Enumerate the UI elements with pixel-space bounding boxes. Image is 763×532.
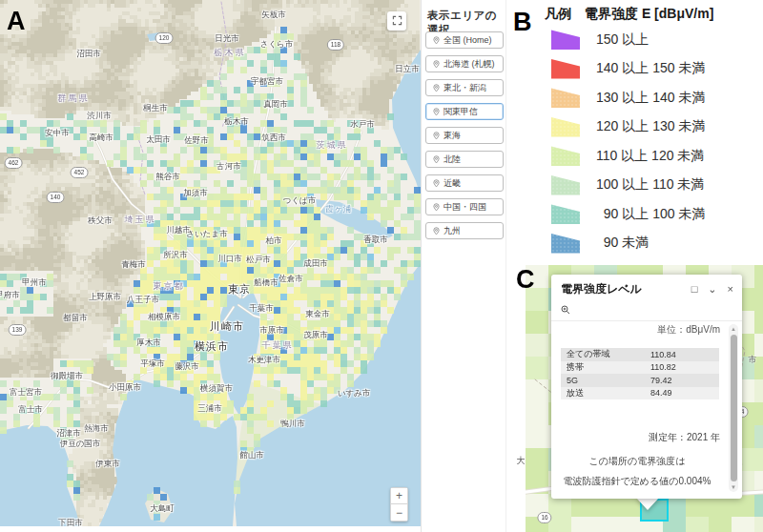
area-button-zenkoku[interactable]: 全国 (Home): [425, 31, 504, 49]
legend-label: 90 未満: [596, 235, 649, 252]
map-zoom-controls: + −: [390, 487, 408, 522]
route-badge: 462: [5, 157, 23, 169]
route-badge: 452: [71, 167, 89, 178]
area-button-label: 近畿: [443, 177, 461, 190]
panel-label-c: C: [516, 267, 535, 293]
legend-title-prefix: 凡例: [545, 6, 571, 23]
band-name: 5G: [561, 376, 650, 385]
legend-label: 110 以上 120 未満: [596, 148, 704, 165]
area-button-label: 北海道 (札幌): [443, 58, 495, 71]
legend-row: 90 以上 100 未満: [551, 204, 705, 224]
popup-title: 電界強度レベル: [561, 281, 681, 297]
route-badge: 118: [327, 39, 344, 51]
note-line-1: この場所の電界強度は: [551, 455, 723, 468]
area-button-chugoku-shikoku[interactable]: 中国・四国: [425, 198, 504, 215]
area-button-label: 中国・四国: [443, 201, 486, 214]
route-badge: 16: [537, 512, 551, 523]
location-pin-icon: [432, 155, 441, 164]
legend-label: 90 以上 100 未満: [596, 206, 705, 223]
band-table-row: 携帯110.82: [561, 361, 719, 375]
legend-swatch: [551, 234, 580, 254]
panel-label-a: A: [7, 9, 26, 34]
scrollbar-thumb[interactable]: [731, 335, 737, 481]
map-panel: 沼田市矢板市さくら市日光市桐生市渋川市安中市高崎市太田市佐野市宇都宮市真岡市栃木…: [0, 0, 421, 532]
area-button-label: 全国 (Home): [443, 34, 492, 47]
band-value: 79.42: [650, 376, 719, 385]
area-button-label: 関東甲信: [443, 106, 478, 118]
legend-title-text: 電界強度 E [dBμV/m]: [585, 6, 713, 23]
legend-swatch: [551, 59, 580, 79]
zoom-out-button[interactable]: −: [390, 504, 408, 522]
area-button-kinki[interactable]: 近畿: [425, 174, 504, 192]
location-pin-icon: [432, 179, 441, 188]
location-pin-icon: [432, 36, 441, 45]
band-name: 携帯: [561, 361, 650, 374]
band-table-row: 全ての帯域110.84: [561, 348, 719, 361]
field-strength-popup: 電界強度レベル □ ⌄ × 単位：dBμV/m 全ての帯域110.84携帯110…: [551, 275, 742, 499]
legend-label: 120 以上 130 未満: [596, 118, 705, 135]
location-pin-icon: [432, 203, 441, 212]
legend-swatch: [551, 117, 580, 137]
area-button-label: 九州: [443, 225, 461, 237]
area-button-kanto-koshin[interactable]: 関東甲信: [425, 103, 504, 120]
area-selection-sidebar: 表示エリアの選択 全国 (Home)北海道 (札幌)東北・新潟関東甲信東海北陸近…: [421, 0, 506, 532]
legend-row: 90 未満: [551, 234, 705, 254]
legend-label: 140 以上 150 未満: [596, 60, 705, 77]
scroll-down-icon[interactable]: ▼: [731, 482, 736, 492]
popup-close-icon[interactable]: ×: [728, 284, 733, 295]
popup-restore-icon[interactable]: □: [691, 284, 698, 295]
legend-title: 凡例 電界強度 E [dBμV/m]: [545, 6, 713, 23]
legend-swatch: [551, 30, 580, 50]
location-pin-icon: [432, 60, 441, 69]
area-button-label: 東北・新潟: [443, 82, 486, 94]
band-table-row: 放送84.49: [561, 387, 719, 400]
legend-row: 110 以上 120 未満: [551, 146, 705, 166]
location-pin-icon: [432, 132, 441, 140]
legend-swatch: [551, 204, 580, 224]
band-value: 110.84: [650, 350, 719, 359]
popup-toolbar: [551, 300, 742, 321]
legend-panel: B 凡例 電界強度 E [dBμV/m] 150 以上140 以上 150 未満…: [507, 0, 763, 265]
unit-label: 単位：dBμV/m: [657, 323, 720, 337]
scroll-up-icon[interactable]: ▲: [731, 324, 736, 334]
popup-panel: 大小市市234416 電界強度レベル □ ⌄ × 単位：dBμV/m 全ての帯域…: [512, 265, 763, 532]
area-button-hokuriku[interactable]: 北陸: [425, 151, 504, 168]
area-button-list: 全国 (Home)北海道 (札幌)東北・新潟関東甲信東海北陸近畿中国・四国九州: [425, 31, 504, 246]
location-pin-icon: [432, 227, 441, 235]
band-value: 84.49: [650, 388, 719, 398]
note-line-2: 電波防護指針で定める値の0.004%: [551, 475, 723, 488]
figure: 沼田市矢板市さくら市日光市桐生市渋川市安中市高崎市太田市佐野市宇都宮市真岡市栃木…: [0, 0, 763, 532]
legend-label: 150 以上: [596, 31, 649, 49]
area-button-label: 北陸: [443, 153, 461, 166]
popup-collapse-icon[interactable]: ⌄: [708, 284, 716, 295]
legend-rows: 150 以上140 以上 150 未満130 以上 140 未満120 以上 1…: [551, 30, 705, 262]
band-name: 放送: [561, 387, 650, 399]
popup-callout-pointer: [635, 497, 660, 510]
mini-map-label: 大: [517, 455, 526, 467]
area-button-tokai[interactable]: 東海: [425, 127, 504, 144]
band-table-row: 5G79.42: [561, 374, 719, 387]
legend-row: 140 以上 150 未満: [551, 59, 705, 79]
panel-label-b: B: [513, 10, 532, 35]
area-button-kyushu[interactable]: 九州: [425, 222, 504, 239]
popup-header[interactable]: 電界強度レベル □ ⌄ ×: [551, 275, 742, 300]
magnifier-plus-icon[interactable]: [560, 302, 571, 319]
popup-scrollbar[interactable]: ▲ ▼: [729, 324, 738, 492]
fullscreen-icon: [392, 14, 402, 29]
band-table: 全ての帯域110.84携帯110.825G79.42放送84.49: [561, 348, 719, 399]
measurement-year: 測定年：2021 年: [649, 431, 720, 444]
legend-swatch: [551, 146, 580, 166]
legend-row: 130 以上 140 未満: [551, 88, 705, 108]
legend-swatch: [551, 88, 580, 108]
area-button-label: 東海: [443, 130, 461, 142]
band-name: 全ての帯域: [561, 348, 650, 360]
legend-row: 120 以上 130 未満: [551, 117, 705, 137]
map-canvas[interactable]: [0, 0, 421, 526]
area-button-hokkaido[interactable]: 北海道 (札幌): [425, 55, 504, 72]
zoom-in-button[interactable]: +: [390, 487, 408, 504]
area-button-tohoku-niigata[interactable]: 東北・新潟: [425, 79, 504, 96]
route-badge: 140: [47, 192, 65, 203]
fullscreen-button[interactable]: [387, 11, 406, 31]
legend-row: 150 以上: [551, 30, 705, 50]
location-pin-icon: [432, 108, 441, 116]
